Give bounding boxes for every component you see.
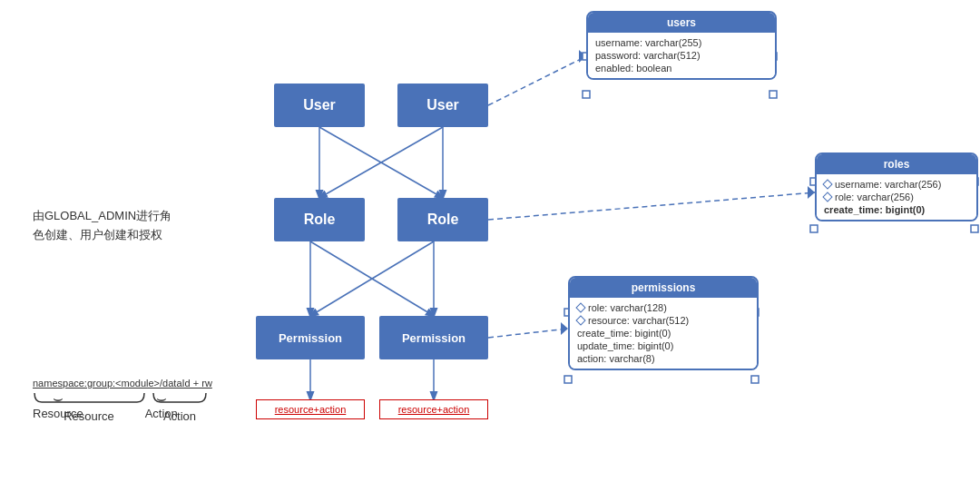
svg-line-14 bbox=[488, 329, 568, 338]
diagram-canvas: User User Role Role Permission Permissio… bbox=[0, 0, 980, 482]
user-node-1: User bbox=[274, 84, 365, 127]
svg-line-6 bbox=[310, 241, 434, 316]
permissions-table-body: role: varchar(128) resource: varchar(512… bbox=[570, 298, 757, 369]
diamond-icon bbox=[822, 179, 832, 189]
roles-table-header: roles bbox=[817, 154, 976, 174]
diamond-icon bbox=[575, 315, 585, 325]
roles-table-body: username: varchar(256) role: varchar(256… bbox=[817, 174, 976, 220]
users-table-body: username: varchar(255) password: varchar… bbox=[588, 33, 775, 78]
permission-node-2: Permission bbox=[379, 316, 488, 359]
permission-node-1: Permission bbox=[256, 316, 365, 359]
side-description: 由GLOBAL_ADMIN进行角 色创建、用户创建和授权 bbox=[33, 207, 178, 245]
resource-action-box-2[interactable]: resource+action bbox=[379, 399, 488, 419]
table-row: password: varchar(512) bbox=[595, 49, 768, 62]
svg-text:Action: Action bbox=[163, 409, 196, 423]
svg-line-3 bbox=[319, 127, 443, 198]
svg-marker-13 bbox=[808, 186, 815, 199]
users-table-header: users bbox=[588, 13, 775, 33]
user-node-2: User bbox=[397, 84, 488, 127]
permissions-table-header: permissions bbox=[570, 278, 757, 298]
svg-rect-27 bbox=[751, 376, 759, 383]
users-table: users username: varchar(255) password: v… bbox=[586, 11, 777, 80]
roles-table: roles username: varchar(256) role: varch… bbox=[815, 152, 978, 221]
table-row: username: varchar(256) bbox=[824, 178, 969, 191]
svg-rect-19 bbox=[769, 91, 777, 98]
svg-rect-23 bbox=[971, 225, 978, 232]
role-node-2: Role bbox=[397, 198, 488, 241]
svg-line-10 bbox=[488, 56, 586, 105]
table-row: create_time: bigint(0) bbox=[577, 327, 750, 339]
svg-marker-15 bbox=[561, 322, 568, 335]
svg-rect-22 bbox=[810, 225, 818, 232]
svg-rect-25 bbox=[564, 376, 572, 383]
svg-line-7 bbox=[310, 241, 434, 316]
svg-line-12 bbox=[488, 192, 815, 220]
curly-brace-row: Resource Action bbox=[33, 389, 260, 438]
svg-marker-11 bbox=[579, 50, 586, 63]
table-row: role: varchar(128) bbox=[577, 301, 750, 314]
table-row: create_time: bigint(0) bbox=[824, 203, 969, 216]
svg-text:Resource: Resource bbox=[64, 409, 114, 423]
table-row: resource: varchar(512) bbox=[577, 314, 750, 327]
table-row: action: varchar(8) bbox=[577, 352, 750, 365]
svg-line-2 bbox=[319, 127, 443, 198]
namespace-label[interactable]: namespace:group:<module>/dataId + rw bbox=[33, 378, 212, 389]
permissions-table: permissions role: varchar(128) resource:… bbox=[568, 276, 759, 370]
diamond-icon bbox=[575, 302, 585, 312]
table-row: enabled: boolean bbox=[595, 62, 768, 74]
table-row: update_time: bigint(0) bbox=[577, 339, 750, 352]
role-node-1: Role bbox=[274, 198, 365, 241]
table-row: role: varchar(256) bbox=[824, 191, 969, 203]
brace-svg: Resource Action bbox=[33, 389, 260, 434]
diamond-icon bbox=[822, 192, 832, 202]
svg-rect-17 bbox=[583, 91, 590, 98]
resource-action-box-1[interactable]: resource+action bbox=[256, 399, 365, 419]
table-row: username: varchar(255) bbox=[595, 36, 768, 49]
